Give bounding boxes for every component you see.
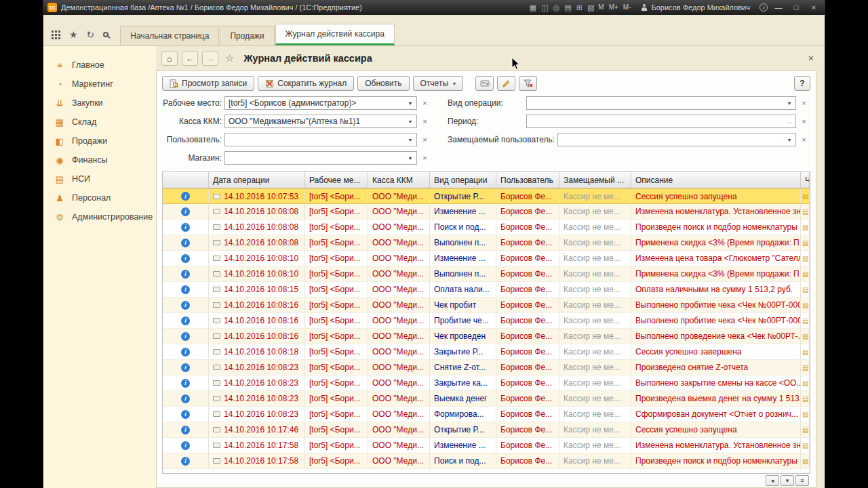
period-field[interactable]: ... <box>526 115 796 128</box>
column-header[interactable]: Ч <box>801 172 810 188</box>
marketing-icon: ◔ <box>54 80 65 89</box>
tab-cashier-journal[interactable]: Журнал действий кассира <box>275 24 395 45</box>
memory-button[interactable]: М <box>598 4 604 11</box>
table-row[interactable]: i 14.10.2016 10:08:23 [tor5] <Бори... ОО… <box>163 391 810 407</box>
table-row[interactable]: i 14.10.2016 10:08:08 [tor5] <Бори... ОО… <box>163 204 810 220</box>
table-row[interactable]: i 14.10.2016 10:08:16 [tor5] <Бори... ОО… <box>163 329 810 344</box>
table-row[interactable]: i 14.10.2016 10:08:23 [tor5] <Бори... ОО… <box>163 407 810 422</box>
dropdown-button[interactable]: ▾ <box>405 115 416 127</box>
list-navigation: ◂ ▾ ≡ <box>766 475 809 486</box>
operation-type-field[interactable]: ▾ <box>526 96 796 110</box>
sidebar-item-main[interactable]: ≡ Главное <box>43 56 156 75</box>
nav-begin-button[interactable]: ◂ <box>766 475 779 486</box>
windows-icon[interactable]: ◫ <box>541 4 548 12</box>
clipboard-icon[interactable]: ▤ <box>564 4 571 12</box>
dropdown-button[interactable]: ▾ <box>405 134 416 146</box>
memory-button[interactable]: М+ <box>609 4 618 11</box>
tab-home-page[interactable]: Начальная страница <box>120 26 219 45</box>
table-row[interactable]: i 14.10.2016 10:17:58 [tor5] <Бори... ОО… <box>163 453 810 469</box>
clear-filter-button[interactable] <box>519 76 537 91</box>
clear-field-button[interactable]: × <box>420 136 430 144</box>
tab-sales[interactable]: Продажи <box>220 26 274 45</box>
column-header[interactable]: Пользователь <box>496 172 559 188</box>
kkm-field[interactable]: ООО "Медикаменты"(Аптека №1)1 ▾ <box>224 115 417 128</box>
cell-user: Борисов Фе... <box>496 313 559 328</box>
help-button[interactable]: ? <box>794 76 810 91</box>
memory-button[interactable]: М- <box>623 4 631 11</box>
record-icon <box>213 318 220 323</box>
sidebar-item-personnel[interactable]: ♟ Персонал <box>43 188 156 207</box>
clear-field-button[interactable]: × <box>420 117 430 125</box>
column-header[interactable]: Рабочее ме... <box>305 172 368 188</box>
sidebar-item-warehouse[interactable]: ▦ Склад <box>43 113 156 131</box>
back-button[interactable]: ← <box>182 52 198 66</box>
dropdown-button[interactable]: ... <box>784 115 795 127</box>
dropdown-button[interactable]: ▾ <box>784 97 795 109</box>
clear-field-button[interactable]: × <box>799 136 809 144</box>
close-window-button[interactable]: × <box>807 3 821 12</box>
table-row[interactable]: i 14.10.2016 10:08:16 [tor5] <Бори... ОО… <box>163 298 810 313</box>
user-menu[interactable]: Борисов Федор Михайлович <box>640 3 750 12</box>
table-row[interactable]: i 14.10.2016 10:08:10 [tor5] <Бори... ОО… <box>163 266 810 282</box>
table-row[interactable]: i 14.10.2016 10:08:08 [tor5] <Бори... ОО… <box>163 220 810 235</box>
minimize-button[interactable]: — <box>772 3 785 12</box>
table-row[interactable]: i 14.10.2016 10:08:15 [tor5] <Бори... ОО… <box>163 282 810 298</box>
maximize-button[interactable]: □ <box>789 3 803 12</box>
favorite-star-icon[interactable]: ☆ <box>225 52 234 64</box>
store-field[interactable]: ▾ <box>224 151 417 165</box>
home-button[interactable]: ⌂ <box>161 52 178 66</box>
table-row[interactable]: i 14.10.2016 10:08:23 [tor5] <Бори... ОО… <box>163 360 810 375</box>
table-row[interactable]: i 14.10.2016 10:08:08 [tor5] <Бори... ОО… <box>163 235 810 251</box>
gallery-icon[interactable]: ▦ <box>530 4 536 12</box>
cell-substitute: Кассир не ме... <box>559 266 631 281</box>
substitute-user-field[interactable]: ▾ <box>557 133 796 146</box>
sidebar-item-sales[interactable]: ◧ Продажи <box>43 131 156 150</box>
about-icon[interactable]: i <box>760 3 768 12</box>
doc-ref-icon: ▤ <box>802 364 808 371</box>
nav-end-button[interactable]: ▾ <box>781 475 794 486</box>
sidebar-item-marketing[interactable]: ◔ Маркетинг <box>43 75 156 94</box>
column-header[interactable] <box>163 172 209 188</box>
clear-field-button[interactable]: × <box>799 99 809 107</box>
favorites-icon[interactable]: ★ <box>69 30 78 39</box>
apps-menu-icon[interactable] <box>52 30 60 39</box>
clear-field-button[interactable]: × <box>799 117 809 125</box>
reports-button[interactable]: Отчеты ▾ <box>413 76 464 91</box>
column-header[interactable]: Вид операции <box>430 172 496 188</box>
refresh-button[interactable]: Обновить <box>357 76 409 91</box>
column-header[interactable]: Касса ККМ <box>368 172 430 188</box>
calculator-icon[interactable]: ⊞ <box>576 4 583 12</box>
nav-menu-button[interactable]: ≡ <box>795 475 809 486</box>
table-row[interactable]: i 14.10.2016 10:08:23 [tor5] <Бори... ОО… <box>163 375 810 391</box>
table-row[interactable]: i 14.10.2016 10:08:10 [tor5] <Бори... ОО… <box>163 251 810 266</box>
sidebar-item-purchases[interactable]: ⇊ Закупки <box>43 94 156 113</box>
table-row[interactable]: i 14.10.2016 10:07:53 [tor5] <Бори... ОО… <box>163 188 810 204</box>
dropdown-button[interactable]: ▾ <box>405 152 416 164</box>
calendar-icon[interactable]: ▧ <box>587 4 594 12</box>
table-row[interactable]: i 14.10.2016 10:17:46 [tor5] <Бори... ОО… <box>163 422 810 438</box>
edit-button[interactable] <box>497 76 515 91</box>
search-icon[interactable] <box>103 32 111 37</box>
history-icon[interactable]: ↻ <box>87 30 95 39</box>
dropdown-button[interactable]: ▾ <box>784 134 795 146</box>
user-field[interactable]: ▾ <box>224 133 417 146</box>
fiscal-device-button[interactable] <box>475 76 494 91</box>
clear-field-button[interactable]: × <box>420 154 430 162</box>
column-header[interactable]: Замещаемый ... <box>559 172 631 188</box>
workplace-field[interactable]: [tor5] <Борисов (администратор)> ▾ <box>224 96 417 110</box>
close-form-button[interactable]: × <box>808 53 814 64</box>
table-row[interactable]: i 14.10.2016 10:08:18 [tor5] <Бори... ОО… <box>163 344 810 360</box>
sidebar-item-administration[interactable]: ⚙ Администрирование <box>43 207 156 226</box>
sidebar-item-finance[interactable]: ◉ Финансы <box>43 150 156 169</box>
table-row[interactable]: i 14.10.2016 10:08:16 [tor5] <Бори... ОО… <box>163 313 810 329</box>
table-row[interactable]: i 14.10.2016 10:17:58 [tor5] <Бори... ОО… <box>163 438 810 453</box>
clear-field-button[interactable]: × <box>420 99 430 107</box>
column-header[interactable]: Дата операции <box>209 172 305 188</box>
dropdown-button[interactable]: ▾ <box>405 97 416 109</box>
sidebar-item-nsi[interactable]: ▤ НСИ <box>43 169 156 188</box>
search-tool-icon[interactable]: ◎ <box>553 4 560 12</box>
forward-button[interactable]: → <box>202 52 218 66</box>
truncate-journal-button[interactable]: Сократить журнал <box>258 76 354 91</box>
view-record-button[interactable]: Просмотр записи <box>162 76 254 91</box>
column-header[interactable]: Описание <box>631 172 801 188</box>
